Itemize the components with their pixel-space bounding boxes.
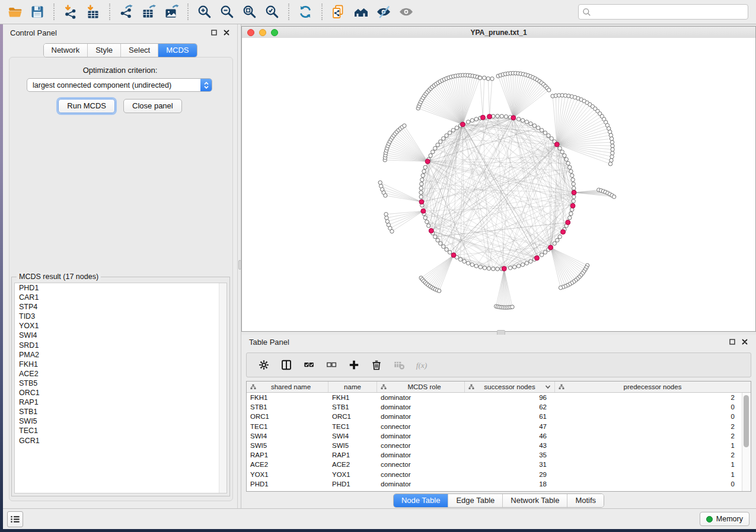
mcds-result-item[interactable]: ACE2: [15, 369, 227, 379]
table-row[interactable]: RAP1RAP1dominator352: [247, 450, 751, 460]
mcds-result-item[interactable]: GCR1: [15, 436, 227, 446]
mcds-result-item[interactable]: SRD1: [15, 341, 227, 350]
show-column-icon: [280, 359, 292, 371]
table-row[interactable]: SWI4SWI4dominator462: [247, 431, 751, 441]
show-panels-button[interactable]: [7, 511, 23, 527]
show-hidden-button[interactable]: [396, 2, 416, 22]
show-all-views-button[interactable]: [351, 2, 371, 22]
show-column-button[interactable]: [277, 355, 296, 374]
close-panel-icon[interactable]: [223, 29, 230, 36]
close-panel-button[interactable]: Close panel: [123, 99, 182, 113]
mcds-result-item[interactable]: SWI4: [15, 331, 227, 340]
table-scrollbar[interactable]: [742, 393, 751, 491]
mcds-result-item[interactable]: CAR1: [15, 293, 227, 302]
open-session-button[interactable]: [5, 2, 25, 22]
network-window-titlebar[interactable]: YPA_prune.txt_1: [242, 27, 755, 39]
node-table[interactable]: shared namenameMCDS rolesuccessor nodesp…: [246, 381, 751, 492]
mcds-result-item[interactable]: PMA2: [15, 350, 227, 360]
table-cell: 2: [555, 423, 743, 430]
table-scrollbar-thumb[interactable]: [744, 395, 749, 447]
network-canvas[interactable]: [242, 38, 755, 331]
clone-network-icon: [331, 4, 346, 20]
column-header-mcds-role[interactable]: MCDS role: [377, 382, 465, 392]
table-tab-edge-table[interactable]: Edge Table: [448, 494, 502, 507]
import-network-button[interactable]: [60, 2, 81, 22]
mcds-result-item[interactable]: PHD1: [15, 283, 227, 293]
run-mcds-button[interactable]: Run MCDS: [58, 99, 115, 113]
export-image-button[interactable]: [161, 2, 181, 22]
export-network-button[interactable]: [116, 2, 136, 22]
mcds-result-item[interactable]: FKH1: [15, 360, 227, 369]
splitter-handle[interactable]: [238, 260, 241, 270]
mcds-result-item[interactable]: STB1: [15, 407, 227, 416]
optimization-criterion-select[interactable]: largest connected component (undirected): [27, 78, 212, 92]
function-builder-button: f(x): [412, 355, 431, 374]
delete-column-button[interactable]: [367, 355, 386, 374]
mcds-result-item[interactable]: RAP1: [15, 398, 227, 407]
table-row[interactable]: ACE2ACE2connector311: [247, 460, 751, 469]
select-all-icon: [303, 359, 315, 371]
zoom-selected-button[interactable]: [262, 2, 282, 22]
zoom-fit-button[interactable]: [240, 2, 260, 22]
close-table-panel-icon[interactable]: [741, 338, 748, 345]
toolbar-separator: [321, 4, 323, 20]
mcds-result-item[interactable]: TID3: [15, 312, 227, 321]
column-header-successor-nodes[interactable]: successor nodes: [465, 382, 555, 392]
search-input[interactable]: [594, 7, 744, 17]
control-panel-titlebar: Control Panel: [3, 24, 237, 41]
table-cell: PHD1: [328, 480, 377, 488]
network-graph[interactable]: [242, 38, 755, 331]
vertical-splitter[interactable]: [237, 24, 241, 508]
mcds-result-item[interactable]: STP4: [15, 302, 227, 312]
deselect-all-button[interactable]: [322, 355, 341, 374]
toolbar-separator: [53, 4, 55, 20]
table-cell: 2: [555, 394, 743, 401]
float-panel-icon[interactable]: [210, 29, 218, 36]
column-header-name[interactable]: name: [328, 382, 377, 392]
table-cell: 61: [465, 413, 555, 420]
import-table-button[interactable]: [83, 2, 103, 22]
memory-button[interactable]: Memory: [700, 512, 749, 526]
float-table-panel-icon[interactable]: [729, 338, 736, 345]
tab-select[interactable]: Select: [120, 44, 158, 57]
mcds-result-item[interactable]: ORC1: [15, 388, 227, 398]
table-row[interactable]: FKH1FKH1dominator962: [247, 393, 751, 402]
export-table-button[interactable]: [139, 2, 159, 22]
mcds-result-item[interactable]: STB5: [15, 379, 227, 388]
mcds-result-item[interactable]: YOX1: [15, 321, 227, 331]
table-row[interactable]: ORC1ORC1dominator610: [247, 412, 751, 421]
table-row[interactable]: STB1STB1dominator620: [247, 402, 751, 412]
mcds-result-item[interactable]: TEC1: [15, 426, 227, 435]
zoom-in-button[interactable]: [194, 2, 215, 22]
table-row[interactable]: SWI5SWI5connector431: [247, 441, 751, 450]
mcds-result-item[interactable]: SWI5: [15, 416, 227, 426]
column-header-predecessor-nodes[interactable]: predecessor nodes: [555, 382, 743, 392]
table-tab-node-table[interactable]: Node Table: [394, 494, 448, 507]
table-cell: SWI4: [328, 432, 377, 440]
add-column-button[interactable]: [344, 355, 363, 374]
table-cell: TEC1: [328, 423, 377, 430]
search-icon: [582, 8, 591, 17]
save-session-button[interactable]: [27, 2, 47, 22]
table-tab-network-table[interactable]: Network Table: [502, 494, 567, 507]
tab-network[interactable]: Network: [43, 44, 87, 57]
refresh-network-button[interactable]: [295, 2, 315, 22]
result-list-scrollbar[interactable]: [219, 283, 227, 493]
table-cell: 96: [465, 394, 555, 401]
hide-selected-button[interactable]: [374, 2, 394, 22]
table-row[interactable]: YOX1YOX1connector291: [247, 470, 751, 479]
table-row[interactable]: TEC1TEC1connector472: [247, 422, 751, 431]
table-tab-motifs[interactable]: Motifs: [567, 494, 604, 507]
zoom-out-button[interactable]: [217, 2, 237, 22]
table-row[interactable]: PHD1PHD1dominator180: [247, 479, 751, 489]
tab-style[interactable]: Style: [87, 44, 120, 57]
settings-button[interactable]: [254, 355, 273, 374]
select-all-button[interactable]: [299, 355, 318, 374]
tab-mcds[interactable]: MCDS: [158, 44, 196, 57]
mcds-result-list[interactable]: PHD1CAR1STP4TID3YOX1SWI4SRD1PMA2FKH1ACE2…: [14, 283, 227, 493]
clone-network-button[interactable]: [328, 2, 349, 22]
search-box[interactable]: [578, 4, 748, 20]
open-session-icon: [7, 4, 23, 20]
column-header-shared-name[interactable]: shared name: [247, 382, 328, 392]
settings-icon: [258, 359, 270, 371]
